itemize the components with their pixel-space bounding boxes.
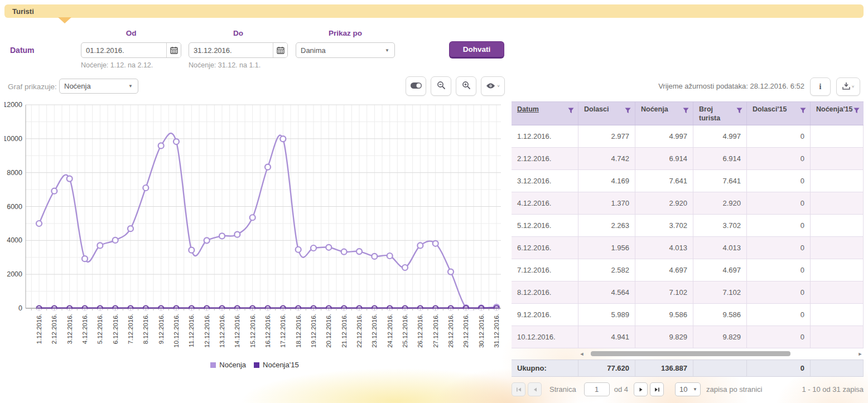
svg-text:28.12.2016.: 28.12.2016. <box>447 314 454 348</box>
data-point-marker[interactable] <box>97 242 103 248</box>
scrollbar-track[interactable] <box>585 351 857 357</box>
export-button[interactable]: ˅ <box>836 77 860 96</box>
prev-page-button[interactable] <box>528 382 542 396</box>
table-row[interactable]: 9.12.2016.5.9899.5869.5860 <box>512 304 864 326</box>
table-row[interactable]: 6.12.2016.1.9564.0134.0130 <box>512 237 864 259</box>
legend-item[interactable]: Noćenja'15 <box>254 361 299 369</box>
chevron-down-icon: ▼ <box>380 43 394 57</box>
table-row[interactable]: 8.12.2016.4.5647.1027.1020 <box>512 281 864 304</box>
tab-turisti[interactable]: Turisti <box>4 4 864 18</box>
table-row[interactable]: 1.12.2016.2.9774.9974.9970 <box>512 125 864 148</box>
data-point-marker[interactable] <box>356 249 362 254</box>
cell-date: 2.12.2016. <box>512 148 578 170</box>
scroll-right-icon[interactable]: ► <box>857 351 864 357</box>
date-from-field[interactable]: 01.12.2016. <box>81 42 181 58</box>
cell-value: 0 <box>747 281 811 304</box>
horizontal-scrollbar[interactable]: ◄ ► <box>512 349 864 358</box>
chevron-down-icon: ˅ <box>852 84 855 89</box>
data-point-marker[interactable] <box>448 269 454 275</box>
chart-visibility-button[interactable]: ˅ <box>481 76 505 96</box>
eye-icon <box>486 81 495 91</box>
totals-value: 77.620 <box>578 360 635 376</box>
column-header-broj-turista[interactable]: Broj turista <box>693 102 747 125</box>
table-row[interactable]: 5.12.2016.2.2633.7023.7020 <box>512 215 864 237</box>
data-point-marker[interactable] <box>296 247 301 253</box>
data-point-marker[interactable] <box>387 253 393 259</box>
cell-date: 5.12.2016. <box>512 215 578 237</box>
date-to-value[interactable]: 31.12.2016. <box>189 43 273 57</box>
data-point-marker[interactable] <box>219 233 225 239</box>
table-row[interactable]: 3.12.2016.4.1697.6417.6410 <box>512 170 864 192</box>
data-point-marker[interactable] <box>189 247 194 253</box>
cell-value: 0 <box>747 148 811 170</box>
data-point-marker[interactable] <box>311 245 316 251</box>
data-point-marker[interactable] <box>173 139 179 144</box>
data-point-marker[interactable] <box>341 249 347 255</box>
column-header-datum[interactable]: Datum <box>512 102 578 125</box>
chart-legend: NoćenjaNoćenja'15 <box>4 361 505 369</box>
data-point-marker[interactable] <box>158 143 164 148</box>
page-size-select[interactable]: 10 ▼ <box>675 382 701 396</box>
calendar-icon[interactable] <box>273 43 287 57</box>
page-number-input[interactable] <box>584 382 610 396</box>
column-header-dolasci-15[interactable]: Dolasci'15 <box>747 102 811 125</box>
cell-value: 0 <box>747 259 811 281</box>
table-row[interactable]: 2.12.2016.4.7426.9146.9140 <box>512 148 864 170</box>
column-header-dolasci[interactable]: Dolasci <box>578 102 635 125</box>
pagination-bar: Stranica od 4 10 ▼ zapisa po stranici 1 … <box>512 382 864 396</box>
download-icon <box>842 82 850 92</box>
svg-text:10000: 10000 <box>4 135 22 143</box>
data-point-marker[interactable] <box>143 185 148 191</box>
data-point-marker[interactable] <box>36 221 42 226</box>
prikaz-po-select[interactable]: Danima ▼ <box>296 42 395 58</box>
table-row[interactable]: 10.12.2016.4.9419.8299.8290 <box>512 326 864 348</box>
data-point-marker[interactable] <box>204 237 210 243</box>
data-point-marker[interactable] <box>417 242 423 248</box>
column-header-no-enja-15[interactable]: Noćenja'15 <box>811 102 864 125</box>
cell-value: 4.697 <box>635 259 693 281</box>
first-page-button[interactable] <box>512 382 525 396</box>
data-point-marker[interactable] <box>433 241 438 246</box>
table-row[interactable]: 4.12.2016.1.3702.9202.9200 <box>512 192 864 215</box>
do-label: Do <box>189 29 288 37</box>
legend-item[interactable]: Noćenja <box>210 361 246 369</box>
scroll-left-icon[interactable]: ◄ <box>578 351 585 357</box>
line-chart[interactable]: 0200040006000800010000120001.12.2016.2.1… <box>4 100 505 360</box>
last-page-button[interactable] <box>650 382 664 396</box>
cell-value: 3.702 <box>635 215 693 237</box>
cell-date: 1.12.2016. <box>512 125 578 148</box>
data-point-marker[interactable] <box>82 256 88 261</box>
data-point-marker[interactable] <box>265 164 271 170</box>
date-to-field[interactable]: 31.12.2016. <box>189 42 288 58</box>
next-page-button[interactable] <box>634 382 648 396</box>
data-point-marker[interactable] <box>250 215 255 220</box>
graf-series-select[interactable]: Noćenja ▼ <box>59 79 138 94</box>
chart-toggle-button[interactable] <box>406 76 426 96</box>
svg-text:4.12.2016.: 4.12.2016. <box>81 314 88 344</box>
data-point-marker[interactable] <box>280 136 286 142</box>
data-point-marker[interactable] <box>113 237 118 243</box>
data-point-marker[interactable] <box>51 188 57 194</box>
info-button[interactable]: i <box>810 77 831 96</box>
cell-value: 0 <box>747 192 811 215</box>
date-from-value[interactable]: 01.12.2016. <box>81 43 166 57</box>
table-row[interactable]: 7.12.2016.2.5824.6974.6970 <box>512 259 864 281</box>
data-point-marker[interactable] <box>128 226 133 231</box>
calendar-icon[interactable] <box>166 43 181 57</box>
cell-value <box>811 192 864 215</box>
data-point-marker[interactable] <box>402 265 408 270</box>
data-point-marker[interactable] <box>67 176 73 182</box>
zoom-out-icon <box>437 81 446 92</box>
cell-value: 4.013 <box>635 237 693 259</box>
totals-value: 136.887 <box>635 360 693 376</box>
data-point-marker[interactable] <box>234 232 240 237</box>
chart-zoom-in-button[interactable] <box>456 76 476 96</box>
stranica-label: Stranica <box>549 385 576 394</box>
data-point-marker[interactable] <box>372 254 377 259</box>
dohvati-button[interactable]: Dohvati <box>449 41 504 59</box>
scrollbar-thumb[interactable] <box>591 351 790 356</box>
data-point-marker[interactable] <box>326 245 331 250</box>
svg-text:24.12.2016.: 24.12.2016. <box>387 314 393 348</box>
column-header-no-enja[interactable]: Noćenja <box>635 102 693 125</box>
chart-zoom-out-button[interactable] <box>431 76 451 96</box>
